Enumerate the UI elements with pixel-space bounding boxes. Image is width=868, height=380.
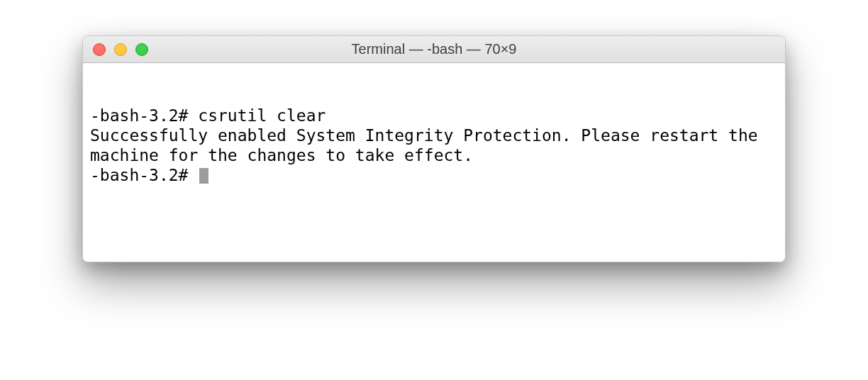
minimize-button[interactable]	[114, 43, 127, 56]
shell-command: csrutil clear	[198, 106, 326, 125]
terminal-line-2: -bash-3.2#	[90, 165, 778, 185]
shell-prompt: -bash-3.2#	[90, 106, 198, 125]
titlebar[interactable]: Terminal — -bash — 70×9	[83, 36, 785, 63]
cursor-icon	[199, 168, 208, 184]
terminal-output: Successfully enabled System Integrity Pr…	[90, 125, 778, 165]
window-title: Terminal — -bash — 70×9	[83, 41, 785, 57]
close-button[interactable]	[93, 43, 106, 56]
maximize-button[interactable]	[135, 43, 148, 56]
terminal-line-1: -bash-3.2# csrutil clear	[90, 106, 778, 125]
traffic-lights	[83, 43, 148, 56]
terminal-window: Terminal — -bash — 70×9 -bash-3.2# csrut…	[82, 35, 786, 262]
terminal-body[interactable]: -bash-3.2# csrutil clearSuccessfully ena…	[83, 63, 785, 262]
shell-prompt: -bash-3.2#	[90, 166, 198, 184]
